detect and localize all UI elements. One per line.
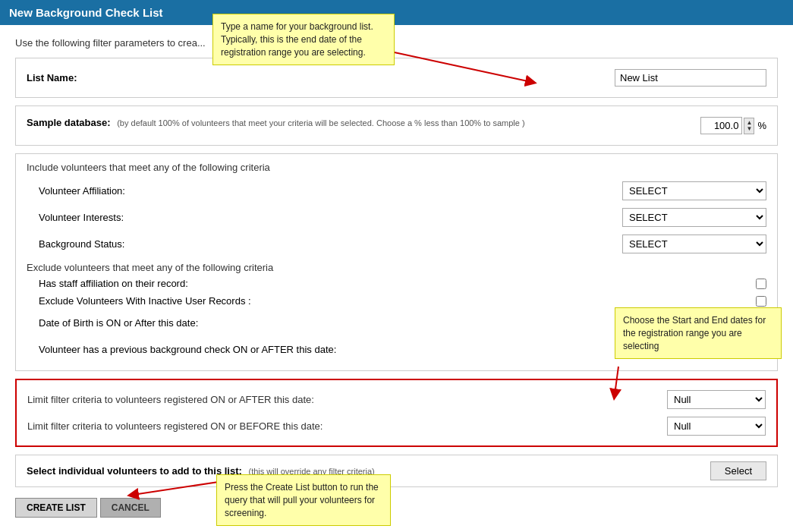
- tooltip-registration-dates: Choose the Start and End dates for the r…: [615, 307, 782, 359]
- tooltip-create-list: Press the Create List button to run the …: [216, 474, 391, 526]
- footer-buttons: CREATE LIST CANCEL: [15, 498, 778, 518]
- sample-row: Sample database: (by default 100% of vol…: [27, 114, 766, 137]
- percent-symbol: %: [757, 120, 766, 131]
- sample-note: (by default 100% of volunteers that meet…: [117, 118, 524, 127]
- limit-after-row: Limit filter criteria to volunteers regi…: [27, 386, 766, 413]
- subtitle: Use the following filter parameters to c…: [15, 37, 778, 49]
- limit-after-label: Limit filter criteria to volunteers regi…: [27, 394, 314, 405]
- volunteer-affiliation-select[interactable]: SELECT Option 1 Option 2: [622, 181, 766, 200]
- sample-label: Sample database:: [27, 117, 111, 128]
- tooltip-list-name: Type a name for your background list. Ty…: [212, 14, 395, 65]
- select-volunteers-button[interactable]: Select: [710, 461, 766, 480]
- create-list-button[interactable]: CREATE LIST: [15, 498, 97, 518]
- page-wrapper: New Background Check List Use the follow…: [0, 0, 793, 532]
- volunteer-affiliation-row: Volunteer Affiliation: SELECT Option 1 O…: [27, 178, 766, 204]
- prev-bg-label: Volunteer has a previous background chec…: [39, 344, 336, 355]
- sample-input[interactable]: [700, 117, 742, 134]
- limit-before-select[interactable]: Null January February: [667, 417, 766, 436]
- has-staff-label: Has staff affiliation on their record:: [39, 278, 188, 289]
- page-header: New Background Check List: [0, 0, 793, 25]
- list-name-input[interactable]: [615, 69, 766, 87]
- volunteer-interests-select[interactable]: SELECT Option 1: [622, 208, 766, 227]
- main-content: Use the following filter parameters to c…: [0, 25, 793, 532]
- criteria-title: Include volunteers that meet any of the …: [27, 162, 766, 173]
- background-status-row: Background Status: SELECT Option 1: [27, 231, 766, 257]
- limit-before-label: Limit filter criteria to volunteers regi…: [27, 420, 323, 432]
- volunteer-interests-row: Volunteer Interests: SELECT Option 1: [27, 204, 766, 231]
- limit-after-select[interactable]: Null January February: [667, 390, 766, 409]
- sample-section: Sample database: (by default 100% of vol…: [15, 105, 778, 146]
- exclude-inactive-label: Exclude Volunteers With Inactive User Re…: [39, 295, 251, 307]
- background-status-select[interactable]: SELECT Option 1: [622, 235, 766, 253]
- list-name-label: List Name:: [27, 72, 77, 83]
- dob-label: Date of Birth is ON or After this date:: [39, 317, 198, 329]
- list-name-section: List Name:: [15, 58, 778, 98]
- has-staff-row: Has staff affiliation on their record:: [27, 275, 766, 292]
- limit-before-row: Limit filter criteria to volunteers regi…: [27, 413, 766, 439]
- volunteer-interests-label: Volunteer Interests:: [39, 212, 124, 223]
- page-title: New Background Check List: [9, 6, 163, 19]
- list-name-row: List Name:: [27, 66, 766, 90]
- has-staff-checkbox[interactable]: [756, 279, 766, 289]
- exclude-title: Exclude volunteers that meet any of the …: [27, 262, 766, 273]
- registration-section: Limit filter criteria to volunteers regi…: [15, 379, 778, 447]
- individual-section: Select individual volunteers to add to t…: [15, 455, 778, 487]
- cancel-button[interactable]: CANCEL: [100, 498, 161, 518]
- volunteer-affiliation-label: Volunteer Affiliation:: [39, 185, 125, 197]
- background-status-label: Background Status:: [39, 238, 124, 250]
- exclude-inactive-checkbox[interactable]: [756, 296, 766, 307]
- sample-spinner[interactable]: ▲ ▼: [744, 118, 754, 134]
